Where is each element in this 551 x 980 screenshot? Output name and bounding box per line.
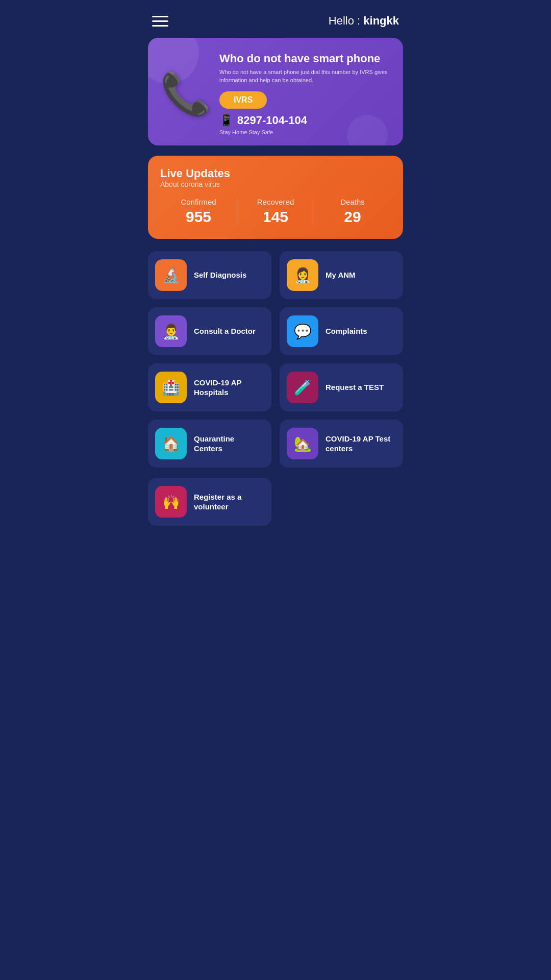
menu-item-complaints[interactable]: 💬 Complaints <box>280 307 403 355</box>
deaths-value: 29 <box>314 208 391 226</box>
username: kingkk <box>363 14 399 27</box>
quarantine-centers-label: Quarantine Centers <box>194 434 264 454</box>
covid-test-centers-icon: 🏡 <box>287 428 318 459</box>
menu-item-consult-doctor[interactable]: 👨‍⚕️ Consult a Doctor <box>148 307 271 355</box>
menu-item-my-anm[interactable]: 👩‍⚕️ My ANM <box>280 251 403 299</box>
phone-value: 8297-104-104 <box>237 114 307 127</box>
consult-doctor-icon: 👨‍⚕️ <box>155 315 187 347</box>
request-test-icon: 🧪 <box>287 372 318 403</box>
recovered-value: 145 <box>237 208 314 226</box>
hamburger-menu[interactable] <box>152 16 168 27</box>
consult-doctor-label: Consult a Doctor <box>194 326 256 336</box>
recovered-label: Recovered <box>237 198 314 206</box>
menu-item-register-volunteer[interactable]: 🙌 Register as a volunteer <box>148 478 271 526</box>
header: Hello : kingkk <box>138 0 413 38</box>
greeting: Hello : kingkk <box>329 14 399 28</box>
deaths-stat: Deaths 29 <box>314 198 391 226</box>
menu-bottom: 🙌 Register as a volunteer <box>138 478 413 526</box>
my-anm-label: My ANM <box>325 270 356 280</box>
live-title: Live Updates <box>160 167 391 180</box>
request-test-label: Request a TEST <box>325 382 384 393</box>
banner-content: Who do not have smart phone Who do not h… <box>219 52 391 135</box>
covid-hospitals-icon: 🏥 <box>155 372 187 403</box>
menu-item-covid-hospitals[interactable]: 🏥 COVID-19 AP Hospitals <box>148 363 271 411</box>
menu-item-covid-test-centers[interactable]: 🏡 COVID-19 AP Test centers <box>280 420 403 468</box>
confirmed-value: 955 <box>160 208 237 226</box>
confirmed-label: Confirmed <box>160 198 237 206</box>
banner-subtitle: Who do not have a smart phone just dial … <box>219 68 391 84</box>
menu-item-self-diagnosis[interactable]: 🔬 Self Diagnosis <box>148 251 271 299</box>
complaints-label: Complaints <box>325 326 367 336</box>
ivrs-badge[interactable]: IVRS <box>219 91 267 109</box>
register-volunteer-icon: 🙌 <box>155 486 187 518</box>
register-volunteer-label: Register as a volunteer <box>194 492 264 512</box>
quarantine-centers-icon: 🏠 <box>155 428 187 459</box>
phone-number: 📱 8297-104-104 <box>219 114 391 127</box>
confirmed-stat: Confirmed 955 <box>160 198 237 226</box>
live-subtitle: About corona virus <box>160 180 391 188</box>
ivrs-banner: 📞 Who do not have smart phone Who do not… <box>148 38 403 145</box>
complaints-icon: 💬 <box>287 315 318 347</box>
deaths-label: Deaths <box>314 198 391 206</box>
my-anm-icon: 👩‍⚕️ <box>287 259 318 291</box>
stay-home-text: Stay Home Stay Safe <box>219 129 391 135</box>
self-diagnosis-icon: 🔬 <box>155 259 187 291</box>
phone-icon: 📱 <box>219 114 233 127</box>
covid-test-centers-label: COVID-19 AP Test centers <box>325 434 396 454</box>
covid-hospitals-label: COVID-19 AP Hospitals <box>194 378 264 398</box>
live-header: Live Updates About corona virus <box>160 167 391 188</box>
telephone-icon: 📞 <box>160 70 211 118</box>
menu-item-request-test[interactable]: 🧪 Request a TEST <box>280 363 403 411</box>
greeting-text: Hello : <box>329 14 363 27</box>
banner-title: Who do not have smart phone <box>219 52 391 65</box>
menu-grid: 🔬 Self Diagnosis 👩‍⚕️ My ANM 👨‍⚕️ Consul… <box>138 251 413 468</box>
recovered-stat: Recovered 145 <box>237 198 314 226</box>
live-updates-card: Live Updates About corona virus Confirme… <box>148 156 403 239</box>
self-diagnosis-label: Self Diagnosis <box>194 270 246 280</box>
menu-item-quarantine-centers[interactable]: 🏠 Quarantine Centers <box>148 420 271 468</box>
stats-row: Confirmed 955 Recovered 145 Deaths 29 <box>160 198 391 226</box>
